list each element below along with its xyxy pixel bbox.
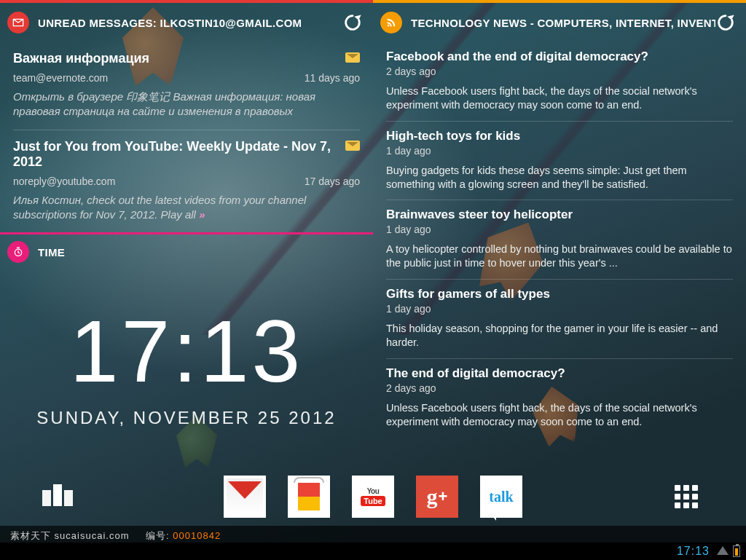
news-age: 2 days ago [386,66,733,77]
status-icons [717,545,740,557]
right-column: TECHNOLOGY NEWS - COMPUTERS, INTERNET, I… [373,0,746,459]
news-title: The end of digital democracy? [386,366,733,381]
unread-icon [345,52,360,63]
news-summary: Unless Facebook users fight back, the da… [386,401,733,429]
news-item[interactable]: Facebook and the end of digital democrac… [386,42,733,121]
time-widget[interactable]: 17:13 SUNDAY, NOVEMBER 25 2012 [0,269,373,459]
news-age: 1 day ago [386,145,733,157]
news-header[interactable]: TECHNOLOGY NEWS - COMPUTERS, INTERNET, I… [373,3,746,42]
news-age: 1 day ago [386,224,733,235]
message-age: 11 days ago [305,72,360,84]
news-age: 2 days ago [386,382,733,394]
messages-header[interactable]: UNREAD MESSAGES: ILKOSTIN10@GMAIL.COM [0,3,373,42]
news-list: Facebook and the end of digital democrac… [373,42,746,437]
app-drawer-button[interactable] [670,481,702,513]
news-item[interactable]: High-tech toys for kids 1 day ago Buying… [386,121,733,200]
app-gmail[interactable] [223,475,267,518]
news-title: Brainwaves steer toy helicopter [386,208,733,222]
news-summary: This holiday season, shopping for the ga… [386,322,733,350]
status-time: 17:13 [677,545,710,558]
messages-header-title: UNREAD MESSAGES: ILKOSTIN10@GMAIL.COM [38,17,342,29]
svg-point-1 [388,25,390,27]
news-summary: Unless Facebook users fight back, the da… [386,84,733,112]
app-talk[interactable]: talk [479,475,523,518]
news-item[interactable]: Gifts for gamers of all types 1 day ago … [386,279,733,358]
message-title: Важная информация [13,51,360,66]
message-title: Just for You from YouTube: Weekly Update… [13,139,360,170]
news-header-title: TECHNOLOGY NEWS - COMPUTERS, INTERNET, I… [411,17,715,29]
message-item[interactable]: Важная информация team@evernote.com 11 d… [13,42,360,130]
message-preview: Илья Костин, check out the latest videos… [13,193,360,223]
message-age: 17 days ago [305,176,360,187]
clock-icon [7,241,29,263]
time-header[interactable]: TIME [0,234,373,269]
message-item[interactable]: Just for You from YouTube: Weekly Update… [13,130,360,233]
watermark-site: 素材天下 sucaisucai.com [10,529,129,543]
news-age: 1 day ago [386,303,733,315]
message-from: noreply@youtube.com [13,176,115,187]
status-bar[interactable]: 17:13 [0,543,746,560]
news-title: High-tech toys for kids [386,129,733,143]
app-play-store[interactable] [287,475,331,518]
unread-icon [345,141,360,151]
news-title: Gifts for gamers of all types [386,287,733,301]
message-from: team@evernote.com [13,72,108,84]
clock-time: 17:13 [70,307,303,395]
wifi-icon [717,546,729,555]
clock-date: SUNDAY, NOVEMBER 25 2012 [36,408,336,428]
news-summary: Buying gadgets for kids these days seems… [386,164,733,192]
refresh-icon[interactable] [342,12,363,33]
message-preview: Открыть в браузере 印象笔记 Важная информаци… [13,90,360,119]
mail-icon [7,12,29,33]
news-summary: A toy helicopter controlled by nothing b… [386,242,733,270]
battery-icon [733,545,740,557]
left-column: UNREAD MESSAGES: ILKOSTIN10@GMAIL.COM Ва… [0,0,373,459]
news-title: Facebook and the end of digital democrac… [386,50,733,64]
refresh-icon[interactable] [715,12,736,33]
news-item[interactable]: Brainwaves steer toy helicopter 1 day ag… [386,200,733,279]
news-item[interactable]: The end of digital democracy? 2 days ago… [386,358,733,438]
app-youtube[interactable]: YouTube [351,475,395,518]
app-google-plus[interactable]: g+ [415,475,459,518]
dock: YouTube g+ talk [0,460,746,533]
time-header-title: TIME [38,246,363,259]
rss-icon [380,12,402,33]
messages-list: Важная информация team@evernote.com 11 d… [0,42,373,232]
